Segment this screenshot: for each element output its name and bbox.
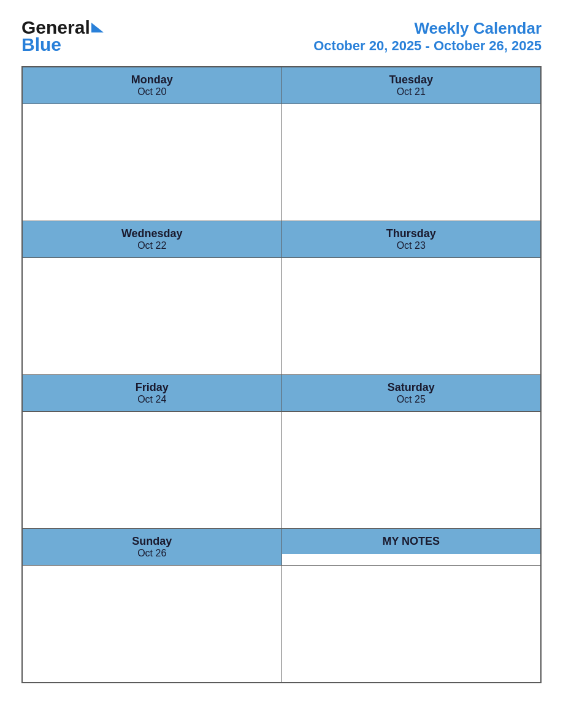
friday-header: Friday Oct 24 [23,375,282,411]
sunday-header-cell: Sunday Oct 26 [22,529,282,566]
logo: General Blue [21,18,104,54]
notes-header-cell: MY NOTES [282,529,541,566]
thursday-header: Thursday Oct 23 [282,221,541,257]
calendar-date-range: October 20, 2025 - October 26, 2025 [313,38,542,54]
wednesday-date: Oct 22 [26,240,278,251]
monday-name: Monday [26,74,278,86]
saturday-header-cell: Saturday Oct 25 [282,375,541,412]
row-sun-notes-header: Sunday Oct 26 MY NOTES [22,529,541,566]
calendar-table: Monday Oct 20 Tuesday Oct 21 Wednesday O… [21,66,542,683]
tuesday-content[interactable] [282,104,541,221]
friday-date: Oct 24 [26,394,278,405]
thursday-name: Thursday [285,227,538,240]
wednesday-header-cell: Wednesday Oct 22 [22,221,282,258]
friday-header-cell: Friday Oct 24 [22,375,282,412]
monday-content[interactable] [22,104,282,221]
monday-date: Oct 20 [26,86,278,97]
page-header: General Blue Weekly Calendar October 20,… [21,18,542,54]
notes-header: MY NOTES [282,529,541,554]
saturday-date: Oct 25 [285,394,538,405]
row-fri-sat-content [22,412,541,529]
thursday-date: Oct 23 [285,240,538,251]
saturday-header: Saturday Oct 25 [282,375,541,411]
sunday-date: Oct 26 [26,548,278,559]
notes-content[interactable] [282,566,541,683]
saturday-name: Saturday [285,381,538,394]
thursday-content[interactable] [282,258,541,375]
wednesday-name: Wednesday [26,227,278,240]
tuesday-name: Tuesday [285,74,538,86]
saturday-content[interactable] [282,412,541,529]
logo-triangle-icon [91,23,104,32]
wednesday-content[interactable] [22,258,282,375]
calendar-title: Weekly Calendar [313,19,542,38]
sunday-content[interactable] [22,566,282,683]
thursday-header-cell: Thursday Oct 23 [282,221,541,258]
notes-label: MY NOTES [285,535,538,548]
row-fri-sat-header: Friday Oct 24 Saturday Oct 25 [22,375,541,412]
row-wed-thu-content [22,258,541,375]
friday-content[interactable] [22,412,282,529]
sunday-header: Sunday Oct 26 [23,529,282,565]
wednesday-header: Wednesday Oct 22 [23,221,282,257]
tuesday-header: Tuesday Oct 21 [282,67,541,104]
row-mon-tue-content [22,104,541,221]
row-wed-thu-header: Wednesday Oct 22 Thursday Oct 23 [22,221,541,258]
sunday-name: Sunday [26,535,278,548]
logo-blue-text: Blue [21,36,61,54]
tuesday-header-cell: Tuesday Oct 21 [282,67,541,104]
monday-header-cell: Monday Oct 20 [22,67,282,104]
monday-header: Monday Oct 20 [23,67,282,104]
row-mon-tue-header: Monday Oct 20 Tuesday Oct 21 [22,67,541,104]
calendar-title-block: Weekly Calendar October 20, 2025 - Octob… [313,19,542,54]
row-sun-notes-content [22,566,541,683]
friday-name: Friday [26,381,278,394]
tuesday-date: Oct 21 [285,86,538,97]
